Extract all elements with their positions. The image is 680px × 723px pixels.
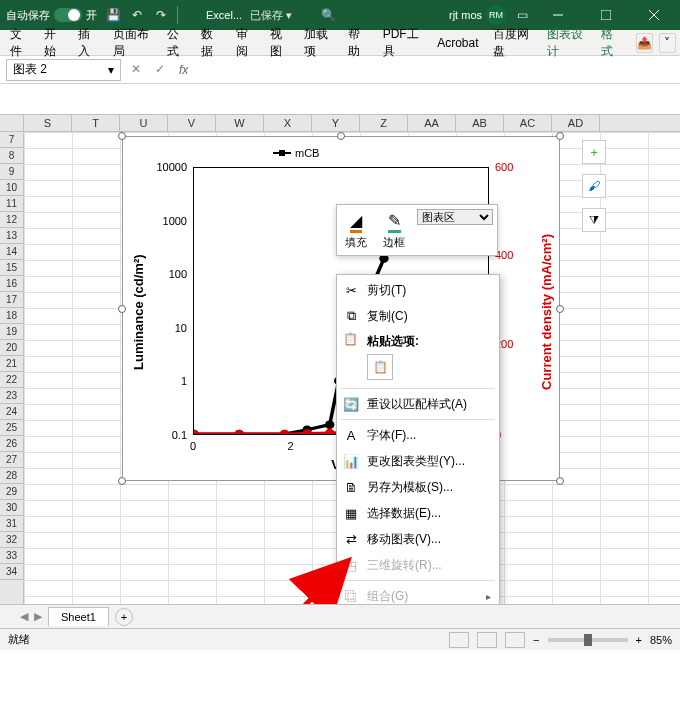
cm-move-chart[interactable]: ⇄移动图表(V)...	[337, 526, 499, 552]
cm-save-template[interactable]: 🗎另存为模板(S)...	[337, 474, 499, 500]
sheet-tab-active[interactable]: Sheet1	[48, 607, 109, 626]
row-header[interactable]: 15	[0, 260, 23, 276]
col-header[interactable]: X	[264, 115, 312, 131]
tab-view[interactable]: 视图	[264, 22, 296, 64]
resize-handle[interactable]	[118, 305, 126, 313]
row-header[interactable]: 31	[0, 516, 23, 532]
tab-home[interactable]: 开始	[38, 22, 70, 64]
cm-cut[interactable]: ✂剪切(T)	[337, 277, 499, 303]
col-header[interactable]: AC	[504, 115, 552, 131]
row-header[interactable]: 14	[0, 244, 23, 260]
row-headers[interactable]: 7891011121314151617181920212223242526272…	[0, 132, 24, 604]
tab-format[interactable]: 格式	[595, 22, 627, 64]
row-header[interactable]: 8	[0, 148, 23, 164]
col-header[interactable]: Y	[312, 115, 360, 131]
col-header[interactable]: AD	[552, 115, 600, 131]
cm-select-data[interactable]: ▦选择数据(E)...	[337, 500, 499, 526]
add-sheet-button[interactable]: +	[115, 608, 133, 626]
row-header[interactable]: 19	[0, 324, 23, 340]
row-header[interactable]: 10	[0, 180, 23, 196]
cm-font[interactable]: A字体(F)...	[337, 422, 499, 448]
row-header[interactable]: 20	[0, 340, 23, 356]
col-header[interactable]: S	[24, 115, 72, 131]
col-header[interactable]: W	[216, 115, 264, 131]
col-header[interactable]: Z	[360, 115, 408, 131]
tab-acrobat[interactable]: Acrobat	[431, 32, 484, 54]
resize-handle[interactable]	[118, 132, 126, 140]
sheet-nav-prev[interactable]: ◀	[20, 610, 28, 623]
close-button[interactable]	[634, 0, 674, 30]
share-icon[interactable]: 📤	[636, 33, 653, 53]
row-header[interactable]: 12	[0, 212, 23, 228]
col-header[interactable]: V	[168, 115, 216, 131]
resize-handle[interactable]	[556, 132, 564, 140]
paste-option-button[interactable]: 📋	[367, 354, 393, 380]
view-break-button[interactable]	[505, 632, 525, 648]
row-header[interactable]: 7	[0, 132, 23, 148]
cm-reset-style[interactable]: 🔄重设以匹配样式(A)	[337, 391, 499, 417]
chevron-down-icon[interactable]: ▾	[108, 63, 114, 77]
zoom-slider[interactable]	[548, 638, 628, 642]
tab-formulas[interactable]: 公式	[161, 22, 193, 64]
enter-icon[interactable]: ✓	[155, 62, 171, 78]
row-header[interactable]: 29	[0, 484, 23, 500]
col-header[interactable]: U	[120, 115, 168, 131]
row-header[interactable]: 17	[0, 292, 23, 308]
row-header[interactable]: 21	[0, 356, 23, 372]
row-header[interactable]: 34	[0, 564, 23, 580]
row-header[interactable]: 33	[0, 548, 23, 564]
resize-handle[interactable]	[337, 132, 345, 140]
chart-legend[interactable]: mCB	[273, 147, 319, 159]
area-dropdown[interactable]: 图表区	[417, 209, 493, 225]
zoom-value[interactable]: 85%	[650, 634, 672, 646]
ribbon-mode-icon[interactable]: ▭	[514, 7, 530, 23]
resize-handle[interactable]	[556, 477, 564, 485]
zoom-out-button[interactable]: −	[533, 634, 539, 646]
tab-file[interactable]: 文件	[4, 22, 36, 64]
tab-baidu[interactable]: 百度网盘	[487, 22, 539, 64]
cancel-icon[interactable]: ✕	[131, 62, 147, 78]
tab-help[interactable]: 帮助	[342, 22, 374, 64]
border-button[interactable]: ✎ 边框	[375, 205, 413, 255]
resize-handle[interactable]	[118, 477, 126, 485]
row-header[interactable]: 30	[0, 500, 23, 516]
row-header[interactable]: 11	[0, 196, 23, 212]
row-header[interactable]: 24	[0, 404, 23, 420]
fill-button[interactable]: ◢ 填充	[337, 205, 375, 255]
chart-elements-button[interactable]: ＋	[582, 140, 606, 164]
chart-area-select[interactable]: 图表区	[413, 205, 497, 255]
tab-data[interactable]: 数据	[195, 22, 227, 64]
collapse-ribbon-icon[interactable]: ˅	[659, 33, 676, 53]
row-header[interactable]: 32	[0, 532, 23, 548]
tab-addins[interactable]: 加载项	[298, 22, 340, 64]
col-header[interactable]: AB	[456, 115, 504, 131]
tab-review[interactable]: 审阅	[230, 22, 262, 64]
fx-label[interactable]: fx	[179, 63, 188, 77]
row-header[interactable]: 28	[0, 468, 23, 484]
redo-icon[interactable]: ↷	[153, 7, 169, 23]
save-icon[interactable]: 💾	[105, 7, 121, 23]
undo-icon[interactable]: ↶	[129, 7, 145, 23]
row-header[interactable]: 18	[0, 308, 23, 324]
chart-filters-button[interactable]: ⧩	[582, 208, 606, 232]
col-header[interactable]: T	[72, 115, 120, 131]
saved-status[interactable]: 已保存 ▾	[250, 8, 292, 23]
tab-pdf[interactable]: PDF工具	[377, 22, 429, 64]
row-header[interactable]: 27	[0, 452, 23, 468]
search-icon[interactable]: 🔍	[320, 7, 336, 23]
row-header[interactable]: 22	[0, 372, 23, 388]
sheet-nav-next[interactable]: ▶	[34, 610, 42, 623]
col-header[interactable]: AA	[408, 115, 456, 131]
worksheet[interactable]: STUVWXYZAAABACAD 78910111213141516171819…	[0, 84, 680, 604]
row-header[interactable]: 26	[0, 436, 23, 452]
row-header[interactable]: 13	[0, 228, 23, 244]
tab-chart-design[interactable]: 图表设计	[541, 22, 593, 64]
tab-layout[interactable]: 页面布局	[107, 22, 159, 64]
row-header[interactable]: 9	[0, 164, 23, 180]
tab-insert[interactable]: 插入	[72, 22, 104, 64]
view-layout-button[interactable]	[477, 632, 497, 648]
chart-styles-button[interactable]: 🖌	[582, 174, 606, 198]
view-normal-button[interactable]	[449, 632, 469, 648]
row-header[interactable]: 25	[0, 420, 23, 436]
name-box[interactable]: 图表 2 ▾	[6, 59, 121, 81]
